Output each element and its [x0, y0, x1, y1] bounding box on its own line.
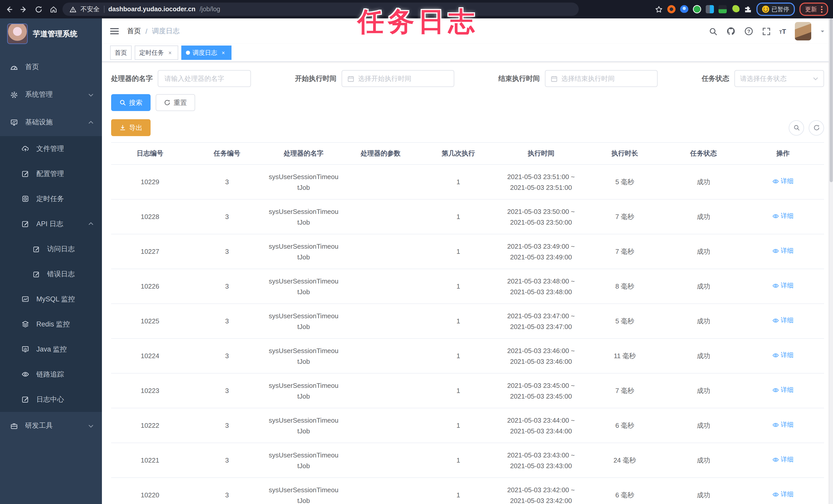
- sidebar-item-label: API 日志: [37, 219, 63, 228]
- eye-icon: [772, 178, 779, 185]
- cell-handler-param: [342, 284, 419, 288]
- sidebar-item-config-management[interactable]: 配置管理: [0, 161, 102, 186]
- address-bar[interactable]: 不安全 dashboard.yudao.iocoder.cn/job/log: [63, 3, 579, 16]
- cell-status: 成功: [665, 453, 742, 468]
- sidebar-item-label: 首页: [25, 62, 39, 72]
- cell-execute-time: 2021-05-03 23:51:00 ~2021-05-03 23:51:00: [498, 169, 585, 195]
- hamburger-icon[interactable]: [110, 27, 119, 36]
- tag-home[interactable]: 首页: [110, 46, 132, 60]
- cell-job-id: 3: [189, 175, 265, 189]
- tag-scheduled-jobs[interactable]: 定时任务 ×: [135, 46, 178, 60]
- tag-job-log[interactable]: 调度日志 ×: [181, 46, 232, 60]
- export-button[interactable]: 导出: [111, 119, 150, 136]
- detail-link[interactable]: 详细: [772, 350, 793, 361]
- extension-icon-green-y[interactable]: [693, 5, 701, 13]
- sidebar-item-dev-tools[interactable]: 研发工具: [0, 412, 102, 439]
- browser-reload-icon[interactable]: [35, 5, 43, 13]
- detail-link[interactable]: 详细: [772, 454, 793, 465]
- profile-paused-badge[interactable]: 已暂停: [756, 3, 795, 16]
- detail-link[interactable]: 详细: [772, 420, 793, 430]
- cell-job-id: 3: [189, 349, 265, 363]
- sidebar-item-tracing[interactable]: 链路追踪: [0, 362, 102, 387]
- help-icon[interactable]: ?: [744, 27, 753, 36]
- sidebar-item-system[interactable]: 系统管理: [0, 81, 102, 108]
- cell-handler-param: [342, 458, 419, 462]
- sidebar-item-file-management[interactable]: 文件管理: [0, 136, 102, 161]
- cell-log-id: 10225: [111, 314, 189, 328]
- bookmark-star-icon[interactable]: [655, 5, 663, 13]
- cell-actions: 详细: [742, 174, 824, 190]
- sidebar-item-api-log[interactable]: API 日志: [0, 211, 102, 236]
- chevron-down-icon: [88, 92, 94, 98]
- sidebar-item-label: 访问日志: [47, 244, 75, 254]
- job-status-select[interactable]: 请选择任务状态: [734, 70, 824, 87]
- detail-link[interactable]: 详细: [772, 385, 793, 396]
- reset-button-label: 重置: [174, 98, 187, 107]
- detail-link[interactable]: 详细: [772, 315, 793, 326]
- tag-close-icon[interactable]: ×: [166, 49, 174, 56]
- cell-duration: 6 毫秒: [585, 488, 665, 502]
- app-logo: [7, 24, 28, 44]
- font-size-icon[interactable]: TT: [779, 27, 786, 35]
- cell-execute-index: 1: [419, 279, 498, 294]
- browser-home-icon[interactable]: [50, 5, 57, 13]
- sidebar-item-redis-monitor[interactable]: Redis 监控: [0, 311, 102, 337]
- sidebar-item-access-log[interactable]: 访问日志: [0, 236, 102, 261]
- extension-icon-switch-on[interactable]: [718, 5, 727, 13]
- tag-close-icon[interactable]: ×: [220, 49, 227, 56]
- handler-name-input[interactable]: [158, 70, 251, 87]
- cell-duration: 8 毫秒: [585, 279, 665, 294]
- begin-time-picker[interactable]: 选择开始执行时间: [341, 70, 454, 87]
- header-search-icon[interactable]: [709, 27, 717, 35]
- cell-handler-param: [342, 423, 419, 428]
- fullscreen-icon[interactable]: [762, 27, 770, 35]
- detail-link[interactable]: 详细: [772, 246, 793, 256]
- browser-back-icon[interactable]: [5, 5, 13, 13]
- table-row: 102283sysUserSessionTimeoutJob12021-05-0…: [111, 200, 824, 234]
- sidebar-item-label: 基础设施: [25, 118, 53, 127]
- page-scrollbar[interactable]: [829, 19, 833, 504]
- toggle-search-button[interactable]: [789, 120, 804, 135]
- browser-update-button[interactable]: 更新: [800, 3, 828, 16]
- detail-link[interactable]: 详细: [772, 211, 793, 222]
- end-time-picker[interactable]: 选择结束执行时间: [545, 70, 658, 87]
- screenshot-root: 不安全 dashboard.yudao.iocoder.cn/job/log 已…: [0, 0, 833, 504]
- sidebar-item-error-log[interactable]: 错误日志: [0, 261, 102, 286]
- browser-menu-kebab-icon[interactable]: [821, 5, 823, 14]
- extension-icon-leaf[interactable]: [731, 5, 739, 13]
- reset-button[interactable]: 重置: [156, 94, 195, 111]
- extension-icon-blue-lamp[interactable]: [680, 5, 688, 13]
- search-button[interactable]: 搜索: [111, 94, 150, 111]
- sidebar-logo-row[interactable]: 芋道管理系统: [0, 19, 102, 49]
- scrollbar-thumb[interactable]: [830, 19, 833, 182]
- sidebar-item-scheduled-jobs[interactable]: 定时任务: [0, 186, 102, 211]
- filter-form: 处理器的名字 开始执行时间 选择开始执行时间 结束执行时间: [111, 70, 824, 87]
- sidebar-item-log-center[interactable]: 日志中心: [0, 387, 102, 412]
- cell-execute-time: 2021-05-03 23:45:00 ~2021-05-03 23:45:00: [498, 378, 585, 403]
- detail-link[interactable]: 详细: [772, 280, 793, 291]
- cell-actions: 详细: [742, 313, 824, 329]
- sidebar-item-home[interactable]: 首页: [0, 53, 102, 81]
- page-content: 处理器的名字 开始执行时间 选择开始执行时间 结束执行时间: [102, 62, 833, 504]
- cell-execute-time: 2021-05-03 23:50:00 ~2021-05-03 23:50:00: [498, 204, 585, 229]
- refresh-table-button[interactable]: [809, 120, 824, 135]
- cell-handler-param: [342, 319, 419, 323]
- github-icon[interactable]: [726, 27, 735, 36]
- avatar-caret-down-icon[interactable]: [820, 29, 825, 34]
- eye-icon: [772, 456, 779, 463]
- breadcrumb-home[interactable]: 首页: [127, 27, 141, 36]
- sidebar-item-infrastructure[interactable]: 基础设施: [0, 108, 102, 136]
- detail-link[interactable]: 详细: [772, 176, 793, 187]
- cell-handler-param: [342, 180, 419, 184]
- table-row: 102213sysUserSessionTimeoutJob12021-05-0…: [111, 443, 824, 478]
- extensions-puzzle-icon[interactable]: [744, 5, 752, 13]
- sidebar-item-mysql-monitor[interactable]: MySQL 监控: [0, 286, 102, 311]
- extension-icon-orange[interactable]: [667, 5, 675, 13]
- cell-job-id: 3: [189, 418, 265, 433]
- detail-link[interactable]: 详细: [772, 489, 793, 500]
- sidebar-item-java-monitor[interactable]: Java 监控: [0, 337, 102, 362]
- extension-icon-grid[interactable]: [706, 5, 714, 13]
- begin-time-label: 开始执行时间: [295, 74, 336, 83]
- browser-forward-icon[interactable]: [20, 5, 28, 13]
- user-avatar[interactable]: [795, 22, 811, 41]
